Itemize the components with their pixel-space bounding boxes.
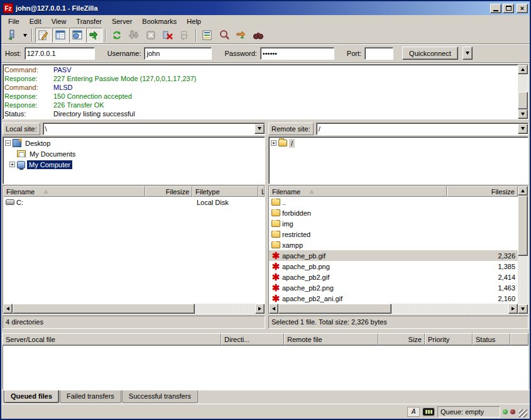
remote-file-row[interactable]: forbidden	[269, 207, 518, 218]
tree-item-my-documents[interactable]: My Documents	[3, 148, 265, 159]
file-search-button[interactable]	[250, 28, 266, 43]
column-size[interactable]: Size	[378, 333, 425, 345]
quickconnect-dropdown-button[interactable]	[463, 47, 473, 60]
menu-file[interactable]: File	[4, 16, 24, 26]
remote-horizontal-scrollbar[interactable]	[269, 304, 518, 314]
column-status[interactable]: Status	[473, 333, 510, 345]
tree-item-root[interactable]: + /	[269, 138, 528, 148]
tree-item-desktop[interactable]: − Desktop	[3, 138, 265, 148]
expand-icon[interactable]: +	[271, 140, 276, 146]
log-scrollbar[interactable]	[518, 65, 528, 119]
expand-icon[interactable]: +	[9, 162, 15, 167]
toggle-message-log-button[interactable]	[35, 28, 52, 43]
queue-list[interactable]	[3, 345, 528, 390]
title-bar[interactable]: Fz john@127.0.0.1 - FileZilla ×	[1, 1, 530, 15]
site-manager-button[interactable]	[4, 28, 20, 43]
menu-bookmarks[interactable]: Bookmarks	[138, 16, 181, 26]
remote-site-label: Remote site:	[268, 123, 314, 135]
password-input[interactable]	[260, 47, 334, 60]
port-input[interactable]	[364, 47, 393, 60]
remote-file-row[interactable]: ✱apache_pb2.png 1,463	[269, 282, 518, 293]
remote-site-combo[interactable]: /	[316, 123, 528, 135]
menu-server[interactable]: Server	[107, 16, 136, 26]
menu-view[interactable]: View	[47, 16, 71, 26]
directory-comparison-button[interactable]	[216, 28, 233, 43]
scrollbar-thumb[interactable]	[278, 304, 391, 314]
disconnect-button[interactable]	[160, 28, 176, 43]
reconnect-button[interactable]	[177, 28, 193, 43]
resize-grip[interactable]	[519, 409, 527, 417]
remote-file-row-selected[interactable]: ✱apache_pb.gif 2,326	[269, 250, 518, 261]
scrollbar-thumb[interactable]	[13, 304, 195, 314]
collapse-icon[interactable]: −	[5, 140, 11, 146]
remote-file-row[interactable]: img	[269, 218, 518, 229]
column-filename[interactable]: Filename	[3, 186, 145, 197]
column-server-local-file[interactable]: Server/Local file	[3, 333, 221, 345]
scroll-right-button[interactable]	[508, 304, 518, 314]
remote-file-row[interactable]: xampp	[269, 240, 518, 250]
close-button[interactable]: ×	[517, 4, 528, 13]
remote-file-row[interactable]: ✱apache_pb.png 1,385	[269, 261, 518, 272]
toggle-remote-tree-button[interactable]	[69, 28, 85, 43]
scrollbar-thumb[interactable]	[518, 92, 528, 109]
synchronized-browsing-button[interactable]	[233, 28, 249, 43]
tab-failed-transfers[interactable]: Failed transfers	[60, 390, 121, 403]
scroll-up-button[interactable]	[518, 186, 528, 196]
scroll-left-button[interactable]	[3, 304, 13, 314]
arrow-left-icon	[6, 307, 9, 311]
host-input[interactable]	[25, 47, 95, 60]
remote-file-row[interactable]: restricted	[269, 229, 518, 240]
scroll-down-button[interactable]	[518, 304, 528, 314]
remote-site-dropdown-button[interactable]	[518, 124, 528, 134]
column-filetype[interactable]: Filetype	[192, 186, 258, 197]
minimize-button[interactable]	[490, 4, 501, 13]
menu-help[interactable]: Help	[182, 16, 205, 26]
filezilla-app-icon[interactable]: Fz	[3, 3, 13, 13]
scrollbar-thumb[interactable]	[518, 196, 528, 256]
toolbar-separator	[195, 29, 197, 41]
local-status-text: 4 directories	[3, 316, 265, 329]
local-file-row-c-drive[interactable]: C: Local Disk	[3, 197, 265, 207]
remote-vertical-scrollbar[interactable]	[518, 186, 528, 314]
cancel-operation-button[interactable]	[143, 28, 159, 43]
remote-file-row[interactable]: ✱apache_pb2_ani.gif 2,160	[269, 293, 518, 304]
tree-item-my-computer[interactable]: + My Computer	[3, 159, 265, 170]
scroll-right-button[interactable]	[255, 304, 265, 314]
column-filename[interactable]: Filename	[269, 186, 447, 197]
column-priority[interactable]: Priority	[425, 333, 473, 345]
remote-file-row[interactable]: ..	[269, 197, 518, 207]
tab-queued-files[interactable]: Queued files	[4, 390, 59, 403]
image-file-icon: ✱	[271, 273, 280, 281]
scroll-up-button[interactable]	[518, 65, 528, 74]
toggle-local-tree-button[interactable]	[52, 28, 68, 43]
column-filesize[interactable]: Filesize	[447, 186, 518, 197]
menu-transfer[interactable]: Transfer	[72, 16, 106, 26]
process-queue-button[interactable]	[126, 28, 142, 43]
filter-button[interactable]	[199, 28, 216, 43]
process-queue-icon	[128, 30, 140, 41]
refresh-button[interactable]	[109, 28, 125, 43]
folder-icon	[278, 140, 287, 146]
username-input[interactable]	[144, 47, 212, 60]
column-filesize[interactable]: Filesize	[145, 186, 192, 197]
toggle-transfer-queue-button[interactable]	[86, 28, 102, 43]
quickconnect-button[interactable]: Quickconnect	[402, 47, 458, 60]
remote-file-row[interactable]: ✱apache_pb2.gif 2,414	[269, 272, 518, 282]
local-horizontal-scrollbar[interactable]	[3, 304, 265, 314]
drive-icon	[6, 199, 14, 205]
port-label: Port:	[347, 50, 361, 57]
tab-successful-transfers[interactable]: Successful transfers	[122, 390, 198, 403]
log-line: Command:PASV	[4, 65, 517, 74]
scroll-down-button[interactable]	[518, 109, 528, 119]
site-manager-dropdown-button[interactable]	[21, 28, 29, 43]
column-remote-file[interactable]: Remote file	[284, 333, 378, 345]
window-title: john@127.0.0.1 - FileZilla	[16, 4, 489, 12]
column-last-modified[interactable]: L	[258, 186, 265, 197]
scroll-left-button[interactable]	[269, 304, 278, 314]
column-direction[interactable]: Directi...	[221, 333, 284, 345]
arrow-down-icon	[521, 307, 525, 311]
local-site-dropdown-button[interactable]	[255, 124, 265, 134]
maximize-button[interactable]	[503, 4, 514, 13]
menu-edit[interactable]: Edit	[25, 16, 46, 26]
local-site-combo[interactable]: \	[43, 123, 265, 135]
